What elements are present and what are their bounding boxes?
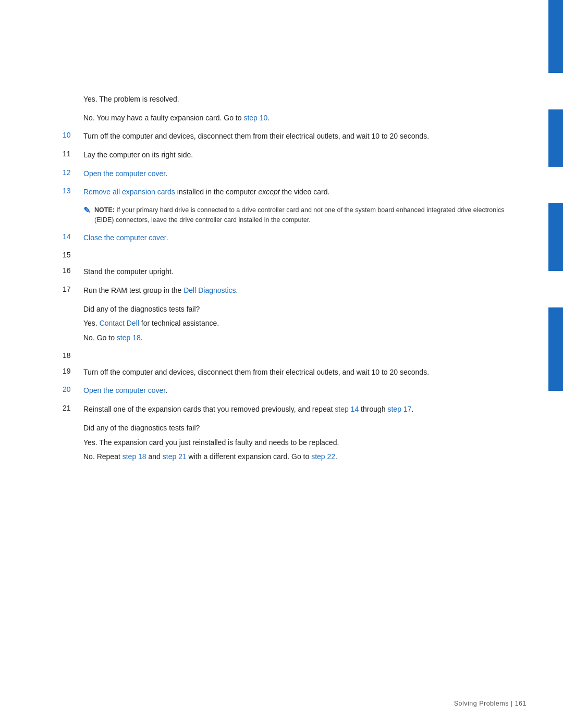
open-cover-link-2[interactable]: Open the computer cover bbox=[83, 386, 165, 394]
step-10-number: 10 bbox=[63, 131, 83, 139]
note-content: If your primary hard drive is connected … bbox=[94, 206, 505, 224]
step-17-row: 17 Run the RAM test group in the Dell Di… bbox=[63, 285, 507, 297]
step-13-number: 13 bbox=[63, 187, 83, 195]
step21-no-before: No. Repeat bbox=[83, 452, 123, 461]
step-22-link[interactable]: step 22 bbox=[311, 452, 335, 461]
sidebar-block-3 bbox=[548, 203, 563, 271]
no-faulty-line: No. You may have a faulty expansion card… bbox=[83, 113, 507, 124]
note-label: NOTE: bbox=[94, 206, 115, 214]
sidebar-gap-3 bbox=[548, 271, 563, 307]
step-21-middle: through bbox=[359, 405, 387, 413]
sidebar-gap-1 bbox=[548, 73, 563, 109]
step-20-content: Open the computer cover. bbox=[83, 385, 507, 397]
step-12-row: 12 Open the computer cover. bbox=[63, 168, 507, 180]
diagnostics-question-text: Did any of the diagnostics tests fail? bbox=[83, 305, 200, 313]
step21-no-middle1: and bbox=[146, 452, 163, 461]
step-21-content: Reinstall one of the expansion cards tha… bbox=[83, 404, 507, 415]
step-19-text: Turn off the computer and devices, disco… bbox=[83, 368, 429, 376]
step-21-before: Reinstall one of the expansion cards tha… bbox=[83, 405, 335, 413]
step-16-number: 16 bbox=[63, 266, 83, 275]
note-icon: ✎ bbox=[83, 205, 90, 215]
step-10-text: Turn off the computer and devices, disco… bbox=[83, 132, 429, 140]
step21-no: No. Repeat step 18 and step 21 with a di… bbox=[83, 451, 507, 463]
step-14-link[interactable]: step 14 bbox=[335, 405, 359, 413]
step-14-content: Close the computer cover. bbox=[83, 232, 507, 244]
no-faulty-after: . bbox=[267, 114, 270, 122]
step-18-row: 18 bbox=[63, 351, 507, 360]
step-20-row: 20 Open the computer cover. bbox=[63, 385, 507, 397]
content-area: Yes. The problem is resolved. No. You ma… bbox=[0, 0, 548, 728]
step-15-number: 15 bbox=[63, 251, 83, 259]
step-21-after: . bbox=[411, 405, 413, 413]
sidebar-block-1 bbox=[548, 0, 563, 73]
dell-diagnostics-link[interactable]: Dell Diagnostics bbox=[183, 286, 236, 294]
remove-cards-link[interactable]: Remove all expansion cards bbox=[83, 188, 175, 196]
step-16-row: 16 Stand the computer upright. bbox=[63, 266, 507, 278]
step-11-number: 11 bbox=[63, 150, 83, 158]
step-13-middle: installed in the computer bbox=[175, 188, 259, 196]
step-19-number: 19 bbox=[63, 367, 83, 375]
step-14-after: . bbox=[166, 233, 168, 242]
footer-text: Solving Problems | 161 bbox=[454, 700, 527, 707]
step-19-content: Turn off the computer and devices, disco… bbox=[83, 367, 507, 378]
step-21-number: 21 bbox=[63, 404, 83, 412]
step-17-content: Run the RAM test group in the Dell Diagn… bbox=[83, 285, 507, 297]
page-footer: Solving Problems | 161 bbox=[454, 700, 527, 707]
sidebar-block-2 bbox=[548, 109, 563, 167]
yes-before: Yes. bbox=[83, 319, 100, 327]
step-18-number: 18 bbox=[63, 351, 83, 360]
contact-dell-link[interactable]: Contact Dell bbox=[100, 319, 139, 327]
step-21-link[interactable]: step 21 bbox=[163, 452, 187, 461]
no-before: No. Go to bbox=[83, 334, 117, 342]
step-18-link-2[interactable]: step 18 bbox=[123, 452, 146, 461]
close-cover-link[interactable]: Close the computer cover bbox=[83, 233, 166, 242]
sidebar-block-4 bbox=[548, 307, 563, 391]
step-12-number: 12 bbox=[63, 168, 83, 177]
open-cover-link-1[interactable]: Open the computer cover bbox=[83, 169, 165, 178]
step-19-row: 19 Turn off the computer and devices, di… bbox=[63, 367, 507, 378]
step-10-content: Turn off the computer and devices, disco… bbox=[83, 131, 507, 142]
note-box: ✎ NOTE: If your primary hard drive is co… bbox=[83, 205, 507, 225]
no-after: . bbox=[141, 334, 143, 342]
step-11-row: 11 Lay the computer on its right side. bbox=[63, 150, 507, 161]
step-14-row: 14 Close the computer cover. bbox=[63, 232, 507, 244]
diagnostics-no: No. Go to step 18. bbox=[83, 332, 507, 344]
step-16-content: Stand the computer upright. bbox=[83, 266, 507, 278]
step-10-link[interactable]: step 10 bbox=[243, 114, 267, 122]
step-12-after: . bbox=[165, 169, 167, 178]
sidebar-gap-2 bbox=[548, 167, 563, 203]
diagnostics-qa: Did any of the diagnostics tests fail? Y… bbox=[83, 304, 507, 344]
yes-resolved-text: Yes. The problem is resolved. bbox=[83, 95, 179, 103]
diagnostics-question: Did any of the diagnostics tests fail? bbox=[83, 304, 507, 315]
step21-yes-text: Yes. The expansion card you just reinsta… bbox=[83, 438, 339, 447]
step-13-after: the video card. bbox=[280, 188, 330, 196]
step21-question: Did any of the diagnostics tests fail? bbox=[83, 423, 507, 434]
step21-qa: Did any of the diagnostics tests fail? Y… bbox=[83, 423, 507, 463]
step-16-text: Stand the computer upright. bbox=[83, 267, 174, 276]
step21-yes: Yes. The expansion card you just reinsta… bbox=[83, 437, 507, 449]
note-text: NOTE: If your primary hard drive is conn… bbox=[94, 205, 507, 225]
step-20-after: . bbox=[165, 386, 167, 394]
step-17-number: 17 bbox=[63, 285, 83, 293]
step-17-before: Run the RAM test group in the bbox=[83, 286, 183, 294]
step-14-number: 14 bbox=[63, 232, 83, 241]
step-17-after: . bbox=[236, 286, 238, 294]
step-11-text: Lay the computer on its right side. bbox=[83, 151, 193, 159]
step-13-row: 13 Remove all expansion cards installed … bbox=[63, 187, 507, 198]
step-11-content: Lay the computer on its right side. bbox=[83, 150, 507, 161]
step21-no-middle2: with a different expansion card. Go to bbox=[187, 452, 311, 461]
step-20-number: 20 bbox=[63, 385, 83, 393]
step-21-row: 21 Reinstall one of the expansion cards … bbox=[63, 404, 507, 415]
yes-after: for technical assistance. bbox=[139, 319, 219, 327]
no-faulty-before: No. You may have a faulty expansion card… bbox=[83, 114, 243, 122]
step-13-content: Remove all expansion cards installed in … bbox=[83, 187, 507, 198]
step21-question-text: Did any of the diagnostics tests fail? bbox=[83, 424, 200, 432]
step-15-row: 15 bbox=[63, 251, 507, 259]
page-container: Yes. The problem is resolved. No. You ma… bbox=[0, 0, 563, 728]
step21-no-after: . bbox=[335, 452, 337, 461]
step-12-content: Open the computer cover. bbox=[83, 168, 507, 180]
step-18-link[interactable]: step 18 bbox=[117, 334, 141, 342]
right-sidebar bbox=[548, 0, 563, 728]
step-17-link[interactable]: step 17 bbox=[387, 405, 411, 413]
yes-resolved-line: Yes. The problem is resolved. bbox=[83, 94, 507, 105]
